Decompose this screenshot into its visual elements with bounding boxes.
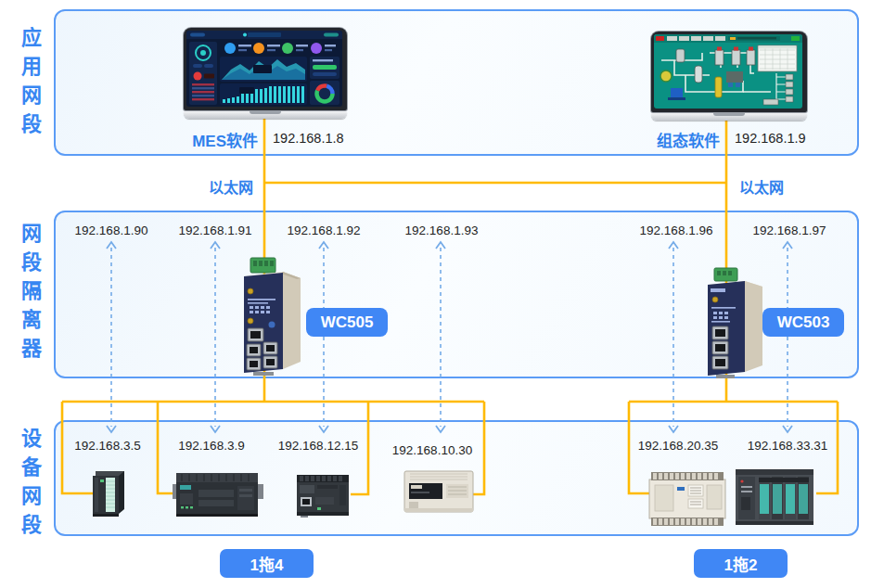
wc505-model-badge: WC505 (306, 308, 388, 337)
lan-ip-3: 192.168.12.15 (278, 439, 358, 453)
plc-device-6 (734, 466, 815, 527)
scada-process-screen (654, 34, 802, 109)
network-topology-diagram: 应用网段 网段隔离器 设备网段 (0, 0, 871, 588)
plc-compact-dark (293, 473, 352, 518)
group-badge-1to4: 1拖4 (220, 549, 314, 578)
lan-ip-4: 192.168.10.30 (392, 443, 472, 457)
plc-device-4 (403, 467, 475, 516)
wan-ip-3: 192.168.1.92 (288, 224, 361, 237)
laptop-base (184, 111, 347, 119)
plc-device-3 (293, 473, 352, 518)
plc-tower-module (87, 468, 130, 518)
lan-ip-2: 192.168.3.9 (178, 439, 244, 453)
wan-ip-1: 192.168.1.90 (75, 224, 148, 237)
laptop-base (651, 113, 807, 121)
mes-host-ip: 192.168.1.8 (273, 131, 344, 146)
ethernet-label-left: 以太网 (190, 175, 253, 198)
plc-device-1 (87, 468, 130, 518)
wan-ip-6: 192.168.1.97 (753, 224, 826, 237)
ethernet-label-right: 以太网 (739, 175, 784, 198)
wan-ip-4: 192.168.1.93 (405, 224, 479, 237)
plc-wide-dark (173, 469, 263, 518)
plc-rack-modules (734, 466, 815, 527)
scada-laptop (651, 32, 807, 121)
group-badge-1to2: 1拖2 (694, 549, 788, 578)
wc503-gateway (690, 265, 770, 378)
lan-ip-6: 192.168.33.31 (748, 439, 827, 453)
industrial-gateway-3port (690, 265, 770, 378)
plc-beige-terminal (647, 468, 727, 530)
wc505-gateway (225, 254, 309, 377)
mes-laptop (184, 28, 347, 119)
plc-beige-fx (403, 467, 475, 516)
plc-device-5 (647, 468, 727, 530)
lan-ip-1: 192.168.3.5 (74, 439, 140, 453)
plc-device-2 (173, 469, 263, 518)
lan-ip-5: 192.168.20.35 (638, 439, 718, 453)
wc503-model-badge: WC503 (762, 308, 844, 337)
wan-ip-2: 192.168.1.91 (179, 224, 252, 237)
scada-host-label: 组态软件 (621, 128, 720, 151)
industrial-gateway-4port (225, 254, 309, 377)
wan-ip-5: 192.168.1.96 (640, 224, 713, 237)
scada-host-ip: 192.168.1.9 (735, 131, 806, 146)
mes-host-label: MES软件 (158, 128, 258, 151)
mes-dashboard-screen (186, 31, 342, 107)
